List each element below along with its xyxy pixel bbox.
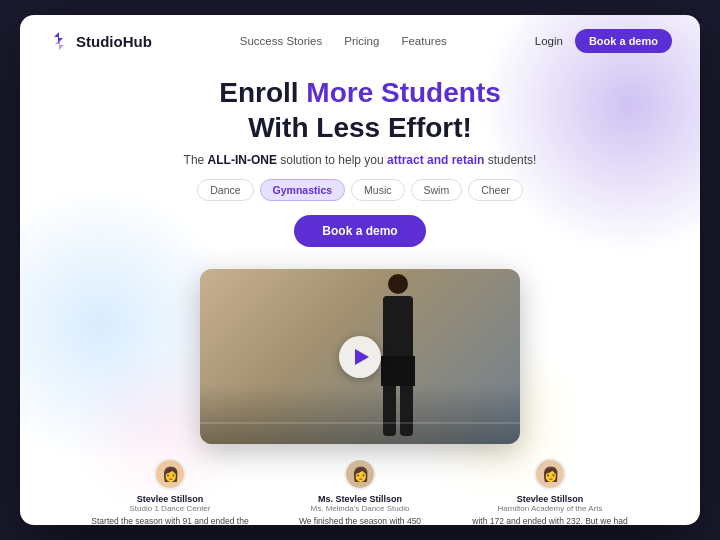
hero-title-highlight: More Students xyxy=(306,77,500,108)
avatar-0: 👩 xyxy=(154,458,186,490)
hero-title: Enroll More Students With Less Effort! xyxy=(40,75,680,145)
avatar-inner-1: 👩 xyxy=(346,460,374,488)
navbar: StudioHub Success Stories Pricing Featur… xyxy=(20,15,700,67)
tab-dance[interactable]: Dance xyxy=(197,179,253,201)
page-wrapper: StudioHub Success Stories Pricing Featur… xyxy=(20,15,700,525)
logo: StudioHub xyxy=(48,30,152,52)
testimonial-name-1: Ms. Stevlee Stillson xyxy=(280,494,440,504)
nav-actions: Login Book a demo xyxy=(535,29,672,53)
video-floor-line xyxy=(200,422,520,424)
hero-cta-button[interactable]: Book a demo xyxy=(294,215,425,247)
subtitle-bold: ALL-IN-ONE xyxy=(208,153,277,167)
video-container xyxy=(200,269,520,444)
hero-subtitle: The ALL-IN-ONE solution to help you attr… xyxy=(40,153,680,167)
subtitle-mid: solution to help you xyxy=(277,153,387,167)
nav-demo-button[interactable]: Book a demo xyxy=(575,29,672,53)
tab-swim[interactable]: Swim xyxy=(411,179,463,201)
avatar-1: 👩 xyxy=(344,458,376,490)
hero-title-line2: With Less Effort! xyxy=(248,112,472,143)
nav-link-success[interactable]: Success Stories xyxy=(240,35,322,47)
testimonial-name-0: Stevlee Stillson xyxy=(90,494,250,504)
hero-title-line1: Enroll More Students xyxy=(219,77,501,108)
tab-gymnastics[interactable]: Gymnastics xyxy=(260,179,346,201)
nav-link-pricing[interactable]: Pricing xyxy=(344,35,379,47)
testimonial-studio-1: Ms. Melinda's Dance Studio xyxy=(280,504,440,513)
avatar-2: 👩 xyxy=(534,458,566,490)
testimonial-name-2: Stevlee Stillson xyxy=(470,494,630,504)
testimonial-item-2: 👩 Stevlee Stillson Hamilton Academy of t… xyxy=(470,458,630,525)
testimonial-text-2: with 172 and ended with 232. But we had … xyxy=(470,516,630,525)
testimonial-text-0: Started the season with 91 and ended the… xyxy=(90,516,250,525)
logo-icon xyxy=(48,30,70,52)
login-link[interactable]: Login xyxy=(535,35,563,47)
subtitle-suffix: students! xyxy=(484,153,536,167)
testimonial-item-1: 👩 Ms. Stevlee Stillson Ms. Melinda's Dan… xyxy=(280,458,440,525)
hero-section: Enroll More Students With Less Effort! T… xyxy=(20,67,700,257)
testimonial-studio-2: Hamilton Academy of the Arts xyxy=(470,504,630,513)
nav-links: Success Stories Pricing Features xyxy=(240,35,447,47)
nav-link-features[interactable]: Features xyxy=(401,35,446,47)
avatar-inner-2: 👩 xyxy=(536,460,564,488)
testimonial-item-0: 👩 Stevlee Stillson Studio 1 Dance Center… xyxy=(90,458,250,525)
tab-cheer[interactable]: Cheer xyxy=(468,179,523,201)
subtitle-prefix: The xyxy=(184,153,208,167)
video-overlay xyxy=(200,384,520,444)
testimonial-text-1: We finished the season with 450 individu… xyxy=(280,516,440,525)
testimonial-studio-0: Studio 1 Dance Center xyxy=(90,504,250,513)
logo-text: StudioHub xyxy=(76,33,152,50)
tab-music[interactable]: Music xyxy=(351,179,404,201)
testimonials-section: 👩 Stevlee Stillson Studio 1 Dance Center… xyxy=(20,458,700,525)
subtitle-colored: attract and retain xyxy=(387,153,484,167)
avatar-inner-0: 👩 xyxy=(156,460,184,488)
filter-tabs: Dance Gymnastics Music Swim Cheer xyxy=(40,179,680,201)
video-play-button[interactable] xyxy=(339,336,381,378)
hero-title-normal: Enroll xyxy=(219,77,306,108)
play-icon xyxy=(355,349,369,365)
